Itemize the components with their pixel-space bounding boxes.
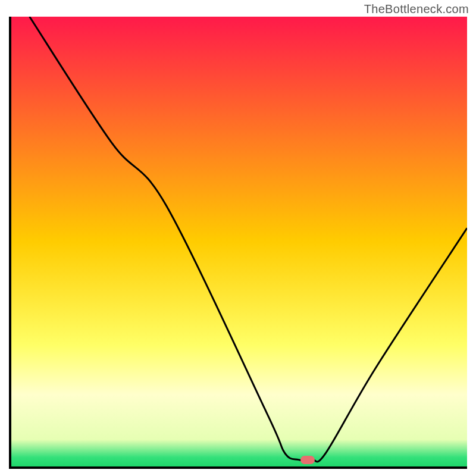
chart-svg <box>11 17 467 466</box>
watermark-text: TheBottleneck.com <box>364 2 469 16</box>
chart-axes <box>9 17 467 469</box>
plot-area <box>11 17 467 466</box>
optimal-marker <box>300 456 315 464</box>
gradient-background <box>11 17 467 466</box>
